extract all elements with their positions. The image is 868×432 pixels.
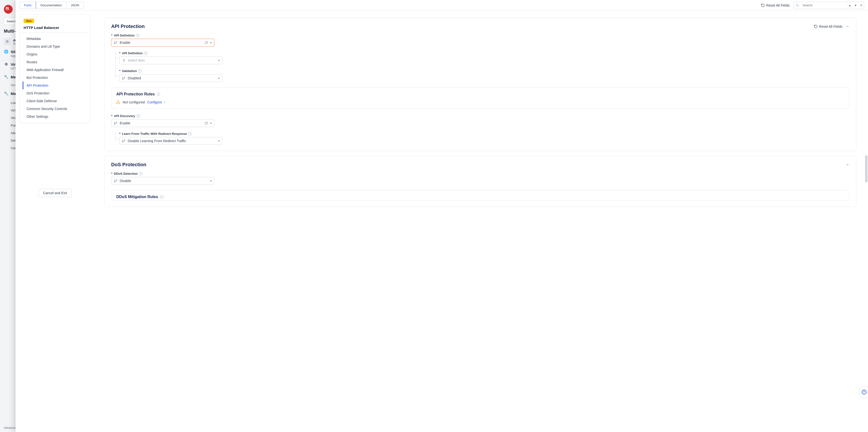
branch-icon — [114, 179, 117, 183]
search-next[interactable]: ▼ — [853, 4, 859, 7]
reset-all-fields-top[interactable]: Reset All Fields — [761, 3, 790, 7]
svg-point-10 — [124, 77, 125, 78]
search-clear[interactable]: ✕ — [859, 4, 864, 7]
svg-point-14 — [116, 122, 117, 123]
select-validation[interactable]: Disabled ▾ — [119, 74, 222, 82]
label-api-definition: *API Definition i — [111, 34, 849, 37]
svg-point-15 — [114, 124, 115, 125]
help-fab[interactable]: ? — [860, 386, 868, 398]
editor-panel: Form Documentation JSON Reset All Fields… — [16, 0, 868, 432]
info-icon[interactable]: i — [137, 114, 140, 118]
label-ddos-detection: *DDoS Detection i — [111, 172, 849, 176]
label-text: API Discovery — [114, 114, 135, 118]
select-value: Disable — [120, 179, 208, 183]
branch-icon — [114, 41, 117, 44]
label-api-discovery: *API Discovery i — [111, 114, 849, 118]
form-scroll-area[interactable]: API Protection Reset All Fields — [91, 11, 868, 432]
undo-icon — [814, 25, 818, 29]
bg-footer-link[interactable]: Advanced — [4, 426, 17, 430]
nav-item-csd[interactable]: Client-Side Defense — [23, 97, 90, 105]
new-badge: New — [24, 19, 34, 23]
select-api-definition-item[interactable]: Select Item ▾ — [119, 57, 222, 64]
section-dos-protection: DoS Protection *DDoS Detection i — [104, 156, 856, 207]
label-text: API Definition — [122, 51, 143, 55]
form-nav-card: New HTTP Load Balancer Metadata Domains … — [20, 14, 91, 123]
list-icon — [122, 59, 125, 62]
scrollbar-thumb[interactable] — [865, 155, 868, 183]
refresh-icon[interactable] — [205, 122, 208, 125]
label-text: Learn From Traffic With Redirect Respons… — [122, 132, 187, 135]
select-api-discovery[interactable]: Enable ▾ — [111, 119, 214, 127]
svg-point-2 — [116, 41, 117, 42]
configure-rules-link[interactable]: Configure — [147, 100, 166, 104]
info-icon[interactable]: i — [136, 34, 140, 37]
label-text: Validation — [122, 69, 137, 73]
collapse-dos-section[interactable] — [846, 163, 849, 166]
rules-title: API Protection Rules — [116, 92, 155, 96]
select-ddos-detection[interactable]: Disable ▾ — [111, 177, 214, 185]
namespace-avatar: D — [4, 38, 11, 45]
select-api-definition[interactable]: Enable ▾ — [111, 39, 214, 47]
label-text: DDoS Detection — [114, 172, 138, 176]
section-api-protection: API Protection Reset All Fields — [104, 18, 856, 151]
select-value: Enable — [120, 41, 202, 44]
nav-item-waf[interactable]: Web Application Firewall — [23, 66, 90, 74]
form-nav-title: HTTP Load Balancer — [20, 26, 90, 33]
branch-icon — [122, 76, 125, 80]
search-icon — [794, 4, 801, 7]
svg-point-17 — [122, 142, 123, 143]
select-placeholder: Select Item — [128, 58, 216, 62]
refresh-icon[interactable] — [205, 41, 208, 44]
view-mode-tabs: Form Documentation JSON — [20, 2, 84, 9]
nav-item-origins[interactable]: Origins — [23, 51, 90, 58]
nav-item-domains[interactable]: Domains and LB Type — [23, 42, 90, 51]
nav-item-other[interactable]: Other Settings — [23, 113, 90, 121]
nav-item-metadata[interactable]: Metadata — [23, 35, 90, 42]
select-value: Disable Learning From Redirect Traffic — [128, 139, 216, 143]
info-icon[interactable]: i — [188, 132, 192, 135]
undo-icon — [761, 3, 765, 7]
nav-item-routes[interactable]: Routes — [23, 58, 90, 66]
nav-item-bot[interactable]: Bot Protection — [23, 74, 90, 82]
svg-point-16 — [124, 140, 125, 141]
info-icon[interactable]: i — [157, 92, 160, 96]
chevron-down-icon: ▾ — [210, 179, 212, 183]
panel-topbar: Form Documentation JSON Reset All Fields… — [16, 0, 868, 11]
info-icon[interactable]: i — [144, 52, 148, 55]
nav-item-dos[interactable]: DoS Protection — [23, 89, 90, 97]
section-reset-label: Reset All Fields — [819, 25, 842, 29]
svg-point-0 — [796, 4, 798, 6]
svg-point-18 — [116, 180, 117, 181]
search-prev[interactable]: ▲ — [847, 4, 853, 7]
nav-item-common-security[interactable]: Common Security Controls — [23, 105, 90, 113]
collapse-api-section[interactable] — [846, 25, 849, 28]
select-learn-redirect[interactable]: Disable Learning From Redirect Traffic ▾ — [119, 137, 222, 145]
select-value: Enable — [120, 121, 202, 125]
section-reset-api[interactable]: Reset All Fields — [814, 25, 842, 29]
info-icon[interactable]: i — [138, 69, 142, 73]
section-title-dos: DoS Protection — [111, 162, 146, 167]
tab-documentation[interactable]: Documentation — [36, 2, 66, 8]
cancel-and-exit-button[interactable]: Cancel and Exit — [38, 189, 71, 197]
chevron-down-icon: ▾ — [218, 77, 220, 80]
chevron-down-icon: ▾ — [210, 122, 212, 125]
configure-label: Configure — [147, 100, 162, 104]
warning-icon — [116, 100, 120, 104]
chevron-down-icon: ▾ — [210, 41, 212, 44]
nav-item-api-protection[interactable]: API Protection — [23, 82, 90, 89]
search-box[interactable]: ▲ ▼ ✕ — [794, 2, 864, 9]
label-api-definition-inner: *API Definition i — [119, 51, 849, 55]
branch-icon — [114, 121, 117, 125]
search-input[interactable] — [801, 3, 846, 7]
tab-json[interactable]: JSON — [66, 2, 84, 8]
reset-label: Reset All Fields — [766, 3, 790, 7]
info-icon[interactable]: i — [160, 195, 163, 198]
label-text: API Definition — [114, 34, 134, 37]
f5-logo — [4, 5, 13, 13]
wrench-icon: 🔧 — [4, 75, 8, 79]
chevron-up-icon — [846, 163, 849, 166]
tab-form[interactable]: Form — [20, 2, 36, 9]
select-value: Disabled — [128, 76, 216, 80]
mitigation-title: DDoS Mitigation Rules — [116, 195, 158, 199]
info-icon[interactable]: i — [139, 172, 143, 176]
